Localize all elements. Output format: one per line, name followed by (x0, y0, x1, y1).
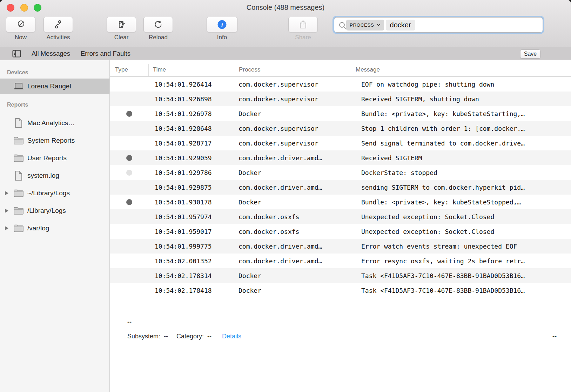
type-cell (110, 170, 148, 176)
log-level-dot-icon (126, 199, 132, 205)
table-row[interactable]: 10:54:02.178314DockerTask <F41D5AF3-7C10… (110, 268, 571, 283)
log-rows: 10:54:01.926414com.docker.supervisorEOF … (110, 77, 571, 298)
process-cell: com.docker.driver.amd… (236, 257, 352, 265)
time-cell: 10:54:01.959017 (148, 228, 236, 235)
search-input-value[interactable]: docker (386, 20, 415, 31)
table-row[interactable]: 10:54:02.001352com.docker.driver.amd…Err… (110, 254, 571, 268)
time-cell: 10:54:02.001352 (148, 257, 236, 265)
folder-icon (13, 224, 25, 232)
document-icon (13, 170, 25, 181)
sidebar: Devices Lorena Rangel Reports Mac Analyt… (0, 60, 110, 392)
reload-button[interactable] (143, 17, 173, 32)
filter-errors-faults[interactable]: Errors and Faults (81, 50, 130, 58)
table-row[interactable]: 10:54:01.930178DockerBundle: <private>, … (110, 195, 571, 209)
table-row[interactable]: 10:54:01.926898com.docker.supervisorRece… (110, 92, 571, 106)
message-cell: Unexpected exception: Socket.Closed (352, 228, 571, 235)
disclosure-triangle-icon[interactable] (5, 191, 8, 195)
folder-icon (13, 207, 25, 215)
time-cell: 10:54:01.957974 (148, 213, 236, 221)
log-level-dot-icon (126, 170, 132, 176)
sidebar-devices-header: Devices (0, 67, 109, 79)
disclosure-triangle-icon[interactable] (5, 209, 8, 213)
process-cell: com.docker.driver.amd… (236, 154, 352, 162)
search-field[interactable]: PROCESS docker (334, 17, 543, 33)
window-title: Console (488 messages) (0, 4, 571, 12)
info-icon: i (217, 19, 227, 30)
reload-button-group: Reload (143, 17, 173, 41)
sidebar-item[interactable]: User Reports (0, 149, 109, 167)
category-label: Category: (176, 333, 204, 340)
laptop-icon (13, 82, 25, 90)
message-cell: Bundle: <private>, key: kubeStateStartin… (352, 110, 571, 117)
subsystem-value: -- (164, 333, 168, 340)
table-row[interactable]: 10:54:01.929875com.docker.driver.amd…sen… (110, 180, 571, 195)
column-header-process[interactable]: Process (236, 64, 352, 76)
log-table: Type Time Process Message 10:54:01.92641… (110, 60, 571, 392)
process-cell: com.docker.driver.amd… (236, 243, 352, 250)
disclosure-triangle-icon[interactable] (5, 226, 8, 230)
sidebar-item[interactable]: Mac Analytics… (0, 114, 109, 132)
process-cell: Docker (236, 287, 352, 294)
folder-icon (13, 154, 25, 162)
table-row[interactable]: 10:54:01.957974com.docker.osxfsUnexpecte… (110, 209, 571, 224)
sidebar-toggle-icon[interactable] (12, 50, 21, 58)
table-row[interactable]: 10:54:01.929786DockerDockerState: stoppe… (110, 165, 571, 180)
clear-button[interactable] (107, 17, 136, 32)
details-link[interactable]: Details (222, 333, 241, 340)
table-row[interactable]: 10:54:01.926414com.docker.supervisorEOF … (110, 77, 571, 92)
sidebar-item[interactable]: /var/log (0, 219, 109, 237)
detail-right-value: -- (552, 333, 557, 340)
table-row[interactable]: 10:54:01.999775com.docker.driver.amd…Err… (110, 239, 571, 254)
now-button-label: Now (6, 34, 35, 41)
folder-icon (13, 189, 25, 197)
message-cell: Send signal terminated to com.docker.dri… (352, 140, 571, 147)
table-row[interactable]: 10:54:02.178418DockerTask <F41D5AF3-7C10… (110, 283, 571, 298)
activities-icon (53, 19, 63, 30)
detail-meta-line: Subsystem: -- Category: -- Details (127, 333, 241, 340)
column-header-message[interactable]: Message (352, 64, 571, 76)
table-row[interactable]: 10:54:01.928648com.docker.supervisorStop… (110, 121, 571, 136)
now-button[interactable] (6, 17, 35, 32)
info-button-group: i Info (207, 17, 237, 41)
sidebar-item-label: system.log (27, 172, 59, 180)
sidebar-reports-header: Reports (0, 99, 109, 111)
sidebar-item[interactable]: system.log (0, 167, 109, 184)
process-cell: Docker (236, 198, 352, 206)
process-cell: com.docker.osxfs (236, 213, 352, 221)
console-window: Console (488 messages) Now Activities (0, 0, 571, 392)
column-header-type[interactable]: Type (110, 64, 148, 76)
sidebar-item[interactable]: ~/Library/Logs (0, 184, 109, 202)
type-cell (110, 111, 148, 117)
time-cell: 10:54:01.928648 (148, 125, 236, 132)
table-header: Type Time Process Message (110, 60, 571, 77)
document-icon (13, 118, 25, 128)
info-button[interactable]: i (207, 17, 237, 32)
message-cell: Received SIGTERM, shutting down (352, 95, 571, 103)
message-cell: DockerState: stopped (352, 169, 571, 176)
table-row[interactable]: 10:54:01.959017com.docker.osxfsUnexpecte… (110, 224, 571, 239)
filter-all-messages[interactable]: All Messages (32, 50, 70, 58)
activities-button[interactable] (43, 17, 73, 32)
clear-button-group: Clear (107, 17, 136, 41)
svg-text:i: i (221, 22, 223, 28)
now-button-group: Now (6, 17, 35, 41)
table-row[interactable]: 10:54:01.926978DockerBundle: <private>, … (110, 106, 571, 121)
time-cell: 10:54:01.926414 (148, 81, 236, 88)
column-header-time[interactable]: Time (148, 64, 236, 76)
save-button[interactable]: Save (520, 49, 540, 59)
sidebar-item-label: User Reports (27, 154, 67, 162)
sidebar-item[interactable]: /Library/Logs (0, 202, 109, 219)
time-cell: 10:54:01.926898 (148, 95, 236, 103)
sidebar-items: Mac Analytics…System ReportsUser Reports… (0, 114, 109, 237)
process-cell: Docker (236, 110, 352, 117)
sidebar-device-item[interactable]: Lorena Rangel (0, 79, 109, 94)
subsystem-label: Subsystem: (127, 333, 160, 340)
table-row[interactable]: 10:54:01.929059com.docker.driver.amd…Rec… (110, 150, 571, 165)
sidebar-item-label: /Library/Logs (27, 207, 66, 215)
table-row[interactable]: 10:54:01.928717com.docker.supervisorSend… (110, 136, 571, 150)
share-button[interactable] (288, 17, 318, 32)
sidebar-item[interactable]: System Reports (0, 132, 109, 149)
search-scope-token[interactable]: PROCESS (346, 20, 384, 31)
sidebar-device-label: Lorena Rangel (27, 82, 71, 90)
time-cell: 10:54:01.928717 (148, 140, 236, 147)
